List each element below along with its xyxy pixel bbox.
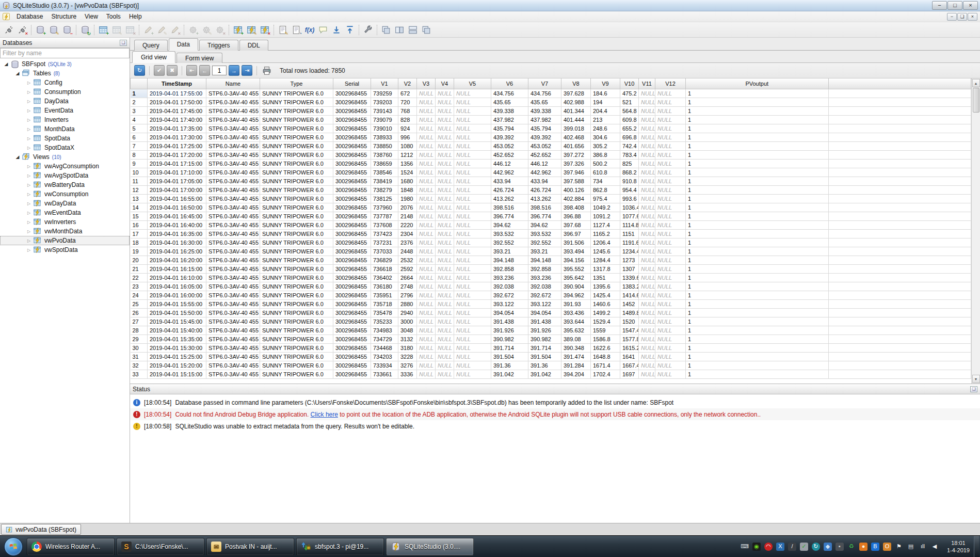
grid-cell[interactable]: 3002968455 (333, 256, 371, 264)
grid-cell[interactable]: 737787 (371, 212, 398, 220)
grid-cell[interactable]: 398.516 (491, 203, 528, 212)
grid-cell[interactable]: NULL (417, 229, 436, 238)
grid-cell[interactable]: STP6.0-3AV-40 455 (206, 194, 260, 203)
grid-cell[interactable]: 3002968455 (333, 98, 371, 106)
grid-cell[interactable]: 737960 (371, 203, 398, 212)
tab-ddl[interactable]: DDL (239, 40, 268, 51)
grid-cell[interactable]: 2019-04-01 15:45:00 (148, 317, 206, 326)
grid-cell[interactable]: 435.65 (528, 98, 561, 106)
grid-cell[interactable]: 3002968455 (333, 194, 371, 203)
grid-cell[interactable]: STP6.0-3AV-40 455 (206, 203, 260, 212)
grid-cell[interactable]: 2019-04-01 17:25:00 (148, 141, 206, 150)
tree-node-daydata[interactable]: ▷DayData (0, 97, 130, 106)
row-number[interactable]: 17 (131, 229, 148, 238)
configuration-icon[interactable] (362, 24, 374, 36)
grid-cell[interactable]: NULL (436, 203, 454, 212)
grid-cell[interactable]: NULL (454, 168, 491, 177)
grid-cell[interactable]: NULL (436, 361, 454, 370)
grid-cell[interactable]: 3002968455 (333, 264, 371, 273)
grid-cell[interactable]: SUNNY TRIPOWER 6.0 (260, 98, 333, 106)
grid-cell[interactable]: 738933 (371, 133, 398, 141)
grid-cell[interactable]: NULL (417, 308, 436, 317)
tile-horizontally-icon[interactable] (407, 24, 419, 36)
grid-cell[interactable]: 737608 (371, 220, 398, 229)
grid-cell[interactable]: 392.038 (491, 282, 528, 291)
grid-cell[interactable]: 3002968455 (333, 352, 371, 361)
grid-cell[interactable]: NULL (417, 238, 436, 247)
grid-cell[interactable]: STP6.0-3AV-40 455 (206, 98, 260, 106)
grid-cell[interactable]: 2019-04-01 16:20:00 (148, 256, 206, 264)
grid-cell[interactable]: NULL (639, 335, 655, 343)
grid-cell[interactable]: 1 (686, 194, 829, 203)
edit-index-icon[interactable]: ✎ (200, 24, 213, 36)
expand-icon[interactable]: ▷ (25, 90, 33, 94)
grid-cell[interactable]: 2019-04-01 15:55:00 (148, 299, 206, 308)
grid-cell[interactable]: 184.6 (591, 89, 620, 98)
tree-node-vwpvodata[interactable]: ▷vwPvoData (0, 236, 130, 245)
grid-cell[interactable]: NULL (655, 308, 686, 317)
restore-window-icon[interactable] (380, 24, 392, 36)
grid-cell[interactable]: 862.8 (591, 185, 620, 194)
grid-cell[interactable]: 396.88 (561, 212, 591, 220)
tree-node-inverters[interactable]: ▷Inverters (0, 115, 130, 124)
expand-icon[interactable]: ▷ (25, 99, 33, 104)
grid-cell[interactable]: NULL (639, 203, 655, 212)
grid-cell[interactable]: NULL (417, 352, 436, 361)
open-sql-editor-icon[interactable]: ✎ (277, 24, 289, 36)
taskbar-button-chrome[interactable]: Wireless Router A... (27, 538, 115, 555)
grid-cell[interactable]: 1547.4 (620, 326, 639, 335)
grid-cell[interactable]: 3002968455 (333, 229, 371, 238)
grid-cell[interactable]: NULL (436, 229, 454, 238)
grid-cell[interactable]: 2880 (398, 299, 417, 308)
grid-cell[interactable]: 2304 (398, 229, 417, 238)
row-number[interactable]: 23 (131, 282, 148, 291)
grid-cell[interactable]: 2019-04-01 15:30:00 (148, 343, 206, 352)
grid-cell[interactable]: 1529.4 (591, 317, 620, 326)
grid-cell[interactable]: 1 (686, 247, 829, 256)
grid-cell[interactable]: 2748 (398, 282, 417, 291)
grid-cell[interactable]: 1 (686, 291, 829, 299)
grid-cell[interactable]: NULL (655, 203, 686, 212)
grid-cell[interactable]: 1559 (591, 326, 620, 335)
grid-cell[interactable]: NULL (655, 317, 686, 326)
grid-cell[interactable]: 3002968455 (333, 150, 371, 159)
grid-cell[interactable]: 1 (686, 273, 829, 282)
grid-cell[interactable]: 1114.8 (620, 220, 639, 229)
row-number[interactable]: 30 (131, 343, 148, 352)
column-header-v3[interactable]: V3 (417, 78, 436, 89)
grid-cell[interactable]: STP6.0-3AV-40 455 (206, 115, 260, 124)
expand-icon[interactable]: ▷ (25, 127, 33, 132)
grid-cell[interactable]: 396.774 (491, 212, 528, 220)
grid-cell[interactable]: 3132 (398, 335, 417, 343)
grid-cell[interactable]: 434.756 (491, 89, 528, 98)
grid-cell[interactable]: 1499.2 (591, 308, 620, 317)
grid-cell[interactable]: NULL (454, 150, 491, 159)
taskbar-button-sqlitestudio[interactable]: SQLiteStudio (3.0.... (386, 538, 474, 555)
grid-cell[interactable]: NULL (436, 159, 454, 168)
grid-cell[interactable]: NULL (436, 264, 454, 273)
grid-cell[interactable]: 393.532 (528, 229, 561, 238)
grid-cell[interactable]: 2940 (398, 308, 417, 317)
grid-cell[interactable]: 394.148 (491, 256, 528, 264)
grid-cell[interactable]: 2448 (398, 247, 417, 256)
grid-cell[interactable]: NULL (639, 98, 655, 106)
grid-cell[interactable]: STP6.0-3AV-40 455 (206, 273, 260, 282)
edit-database-icon[interactable]: ✎ (47, 24, 60, 36)
tree-node-eventdata[interactable]: ▷EventData (0, 106, 130, 115)
grid-cell[interactable]: 2019-04-01 16:45:00 (148, 212, 206, 220)
grid-cell[interactable]: NULL (417, 124, 436, 133)
grid-cell[interactable]: 393.436 (561, 308, 591, 317)
row-number[interactable]: 3 (131, 106, 148, 115)
sql-comment-icon[interactable] (317, 24, 329, 36)
grid-cell[interactable]: 390.348 (561, 343, 591, 352)
grid-cell[interactable]: 391.506 (561, 238, 591, 247)
grid-cell[interactable]: NULL (454, 326, 491, 335)
grid-cell[interactable]: 2532 (398, 256, 417, 264)
grid-cell[interactable]: 1 (686, 299, 829, 308)
taskbar-button-outlook[interactable]: ✉Postvak IN - auijt... (206, 538, 294, 555)
function-editor-icon[interactable]: f(x) (303, 24, 316, 36)
grid-cell[interactable]: NULL (436, 141, 454, 150)
open-ddl-history-icon[interactable]: ◔ (290, 24, 302, 36)
grid-cell[interactable]: 3228 (398, 352, 417, 361)
grid-cell[interactable]: NULL (655, 89, 686, 98)
